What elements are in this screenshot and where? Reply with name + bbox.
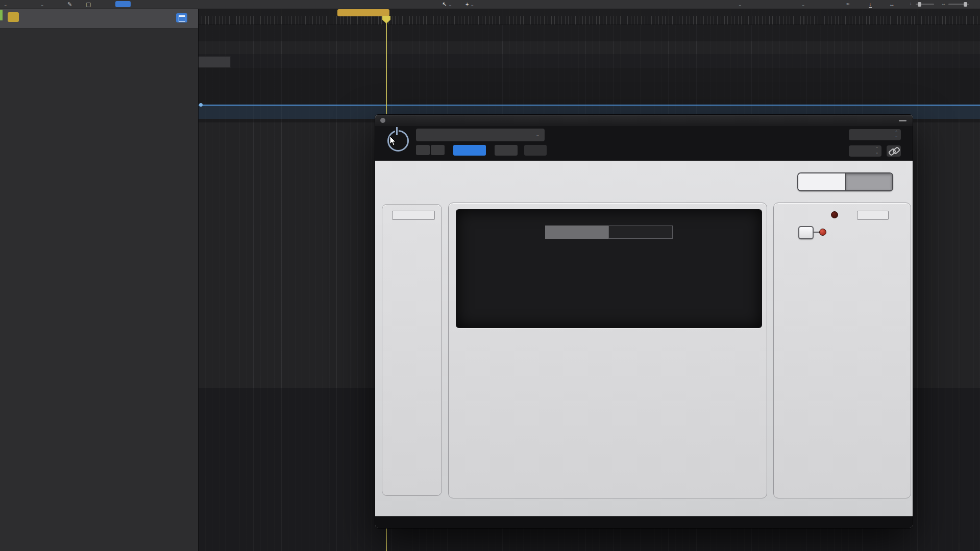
pencil-tool-icon[interactable]: ✎ — [67, 1, 72, 8]
logic-pro-screen: ⌄ ⌄ ✎ ▢ ↖⌄ +⌄ ⌄ ⌄ ≈ ↓ ↔ ↓ ↔ — [0, 0, 980, 551]
collapse-button[interactable] — [115, 1, 131, 7]
view-zoom-select[interactable]: ⌃⌄ — [849, 145, 881, 157]
compare-button[interactable] — [453, 145, 486, 156]
snap-select[interactable]: ⌄ — [698, 1, 742, 7]
signature-box[interactable] — [198, 56, 231, 68]
limiter-indicator-led — [831, 211, 838, 218]
auto-track-zoom-icon[interactable]: ↓ — [869, 1, 872, 8]
cycle-region[interactable] — [337, 9, 389, 16]
vertical-zoom-icon: ↓ — [910, 1, 912, 6]
bar-ruler[interactable] — [198, 9, 980, 25]
tempo-node[interactable] — [199, 103, 203, 107]
tab-meter[interactable] — [545, 226, 608, 239]
tempo-line[interactable] — [198, 105, 980, 106]
plugin-footer — [375, 516, 913, 528]
output-level-readout — [857, 211, 889, 220]
pencil-crosshair-tool-icon[interactable]: +⌄ — [465, 1, 474, 7]
prev-preset-button[interactable] — [416, 145, 430, 155]
track-header-panel — [0, 9, 199, 551]
window-close-icon[interactable] — [380, 118, 385, 123]
waveform-zoom-icon[interactable]: ≈ — [846, 1, 849, 7]
tab-graph[interactable] — [608, 226, 673, 239]
marquee-tool-icon[interactable]: ▢ — [86, 1, 91, 8]
display-tabs — [545, 226, 673, 239]
limiter-button-led — [819, 229, 826, 236]
menubar: ⌄ ⌄ ✎ ▢ ↖⌄ +⌄ ⌄ ⌄ ≈ ↓ ↔ ↓ ↔ — [0, 0, 980, 9]
functions-menu[interactable]: ⌄ — [2, 1, 8, 7]
console-window-button[interactable] — [176, 13, 187, 22]
vertical-zoom-thumb[interactable] — [918, 2, 921, 7]
horizontal-zoom-thumb[interactable] — [964, 2, 967, 7]
toggle-side-chain[interactable] — [798, 173, 845, 190]
toggle-output[interactable] — [845, 173, 893, 190]
next-preset-button[interactable] — [431, 145, 445, 155]
preset-dropdown[interactable]: ⌄ — [416, 129, 545, 141]
plugin-header: ⌄ ⌃⌄ ⌃⌄ — [375, 126, 913, 161]
input-panel — [382, 204, 442, 496]
side-chain-select[interactable]: ⌃⌄ — [849, 129, 901, 140]
limiter-button[interactable] — [798, 226, 814, 239]
input-level-readout — [392, 211, 435, 220]
drag-select[interactable]: ⌄ — [794, 1, 805, 7]
solo-mode-button[interactable] — [8, 12, 19, 22]
paste-button[interactable] — [524, 145, 547, 156]
track-color-sliver — [0, 10, 3, 20]
output-panel — [773, 203, 911, 498]
pointer-tool-icon[interactable]: ↖⌄ — [442, 1, 452, 8]
fit-zoom-icon[interactable]: ↔ — [889, 1, 895, 7]
sidechain-output-toggle[interactable] — [797, 172, 893, 191]
mouse-cursor — [389, 136, 397, 146]
view-menu[interactable]: ⌄ — [39, 1, 44, 7]
plugin-titlebar[interactable] — [375, 115, 913, 126]
track-panel-header — [0, 9, 198, 29]
compressor-plugin-window: ⌄ ⌃⌄ ⌃⌄ — [375, 115, 913, 528]
horizontal-zoom-icon: ↔ — [941, 1, 946, 6]
copy-button[interactable] — [495, 145, 518, 156]
signature-lane — [198, 54, 980, 68]
ruler-ticks — [198, 16, 980, 24]
window-minimize-icon[interactable] — [899, 120, 906, 121]
arrangement-lane — [198, 24, 980, 41]
link-icon[interactable] — [887, 145, 901, 157]
